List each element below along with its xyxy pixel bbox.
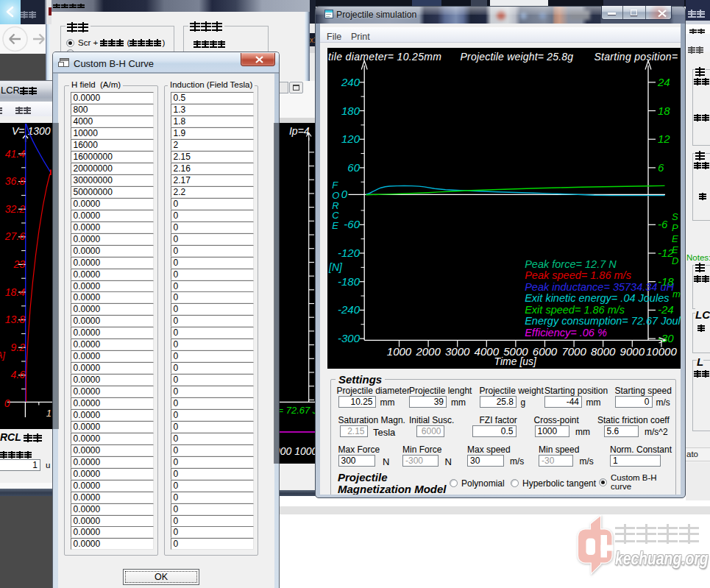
svg-text:Peak speed= 1.86 m/s: Peak speed= 1.86 m/s [525,269,631,281]
svg-text:1: 1 [46,408,52,419]
svg-text:10000: 10000 [646,344,677,357]
svg-text:4.6: 4.6 [11,369,26,380]
svg-text:Efficiency= .06 %: Efficiency= .06 % [525,326,607,338]
svg-text:2000: 2000 [415,344,441,357]
svg-text:-30: -30 [658,332,674,344]
svg-text:180: 180 [341,104,360,116]
svg-text:12: 12 [658,132,670,145]
svg-text:Exit speed= 1.86 m/s: Exit speed= 1.86 m/s [525,303,625,315]
svg-text:27.6: 27.6 [4,230,25,242]
svg-text:Ip=4: Ip=4 [288,125,309,137]
svg-text:3000: 3000 [445,344,470,357]
svg-text:-24: -24 [658,303,674,316]
svg-text:tile diameter= 10.25mm: tile diameter= 10.25mm [328,50,441,62]
svg-text:V= 1300: V= 1300 [12,125,51,137]
svg-text:8000: 8000 [591,344,616,357]
svg-text:9000: 9000 [620,344,645,357]
svg-text:O: O [332,189,339,200]
svg-text:Peak force= 12.7 N: Peak force= 12.7 N [525,258,617,270]
svg-text:120: 120 [341,132,360,145]
svg-text:9.2: 9.2 [11,341,26,353]
svg-text:18.4: 18.4 [5,286,25,298]
svg-text:32.2: 32.2 [5,203,25,215]
svg-text:-300: -300 [337,332,360,344]
svg-text:E: E [672,233,678,244]
svg-text:24: 24 [657,75,670,88]
svg-text:7000: 7000 [561,344,586,357]
svg-text:36.8: 36.8 [5,175,25,187]
svg-text:= 72.67 J: = 72.67 J [280,405,316,416]
svg-text:E: E [672,244,678,255]
svg-text:13.8: 13.8 [5,314,25,325]
svg-text:[N]: [N] [328,261,343,273]
svg-text:A]: A] [0,350,5,361]
svg-text:Exit kinetic energy= .04 Joule: Exit kinetic energy= .04 Joules [525,292,669,304]
svg-text:23: 23 [13,258,25,270]
svg-text:P: P [672,222,678,233]
svg-text:0: 0 [4,397,10,409]
svg-text:C: C [332,210,339,221]
svg-text:-6: -6 [658,218,668,230]
svg-text:Peak inductance= 35734.34 uH: Peak inductance= 35734.34 uH [525,280,674,292]
svg-text:S: S [672,211,678,222]
svg-text:E: E [332,220,338,231]
svg-text:Time [us]: Time [us] [494,355,537,367]
svg-text:000 1000: 000 1000 [280,445,316,457]
svg-text:F: F [332,180,338,191]
svg-text:240: 240 [340,75,360,88]
svg-text:-120: -120 [337,247,360,259]
svg-text:6: 6 [658,160,664,173]
svg-text:R: R [332,199,338,210]
svg-text:D: D [672,255,678,266]
svg-text:Energy consumption= 72.67 Joul: Energy consumption= 72.67 Joul [525,315,681,327]
svg-text:Projectile weight= 25.8g: Projectile weight= 25.8g [460,50,573,62]
svg-text:-240: -240 [337,303,360,316]
svg-text:60: 60 [347,160,360,173]
svg-text:Starting position=: Starting position= [594,50,678,62]
svg-text:18: 18 [658,104,670,116]
svg-text:-60: -60 [344,218,360,230]
svg-text:-180: -180 [337,274,360,287]
svg-text:1000: 1000 [386,344,411,357]
svg-text:0: 0 [341,187,347,199]
svg-text:41.4: 41.4 [5,148,25,160]
